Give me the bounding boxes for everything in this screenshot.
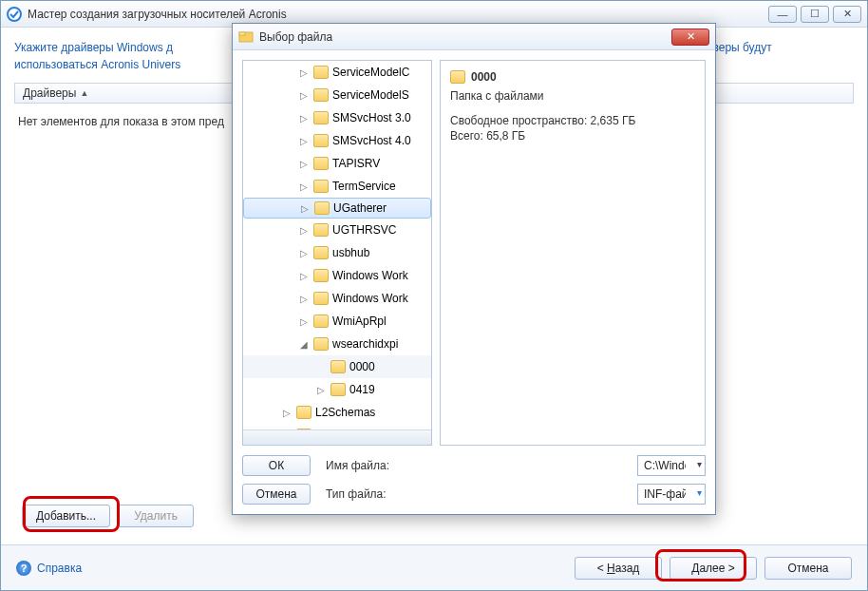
tree-item[interactable]: ◢wsearchidxpi bbox=[243, 333, 431, 355]
expander-icon[interactable]: ▷ bbox=[298, 248, 310, 258]
expander-icon[interactable]: ▷ bbox=[298, 159, 310, 169]
tree-horizontal-scrollbar[interactable] bbox=[243, 429, 431, 445]
svg-point-0 bbox=[8, 8, 21, 21]
expander-icon[interactable]: ▷ bbox=[299, 203, 311, 214]
folder-icon bbox=[313, 246, 329, 259]
tree-item-label: ServiceModelS bbox=[332, 88, 409, 102]
expander-icon[interactable]: ▷ bbox=[298, 113, 310, 124]
tree-item-label: TermService bbox=[332, 180, 396, 193]
expander-icon[interactable]: ▷ bbox=[315, 385, 327, 395]
folder-icon bbox=[313, 223, 329, 237]
folder-icon bbox=[314, 201, 330, 215]
detail-type: Папка с файлами bbox=[450, 89, 695, 103]
tree-item-label: Windows Work bbox=[332, 292, 408, 305]
next-button[interactable]: Далее > bbox=[670, 557, 757, 580]
file-dialog-panels: ▷ServiceModelC▷ServiceModelS▷SMSvcHost 3… bbox=[242, 60, 706, 446]
tree-item[interactable]: ▷TermService bbox=[243, 175, 431, 198]
filetype-label: Тип файла: bbox=[326, 487, 628, 501]
tree-item[interactable]: ▷SMSvcHost 4.0 bbox=[243, 129, 431, 152]
wizard-bottom-bar: ? Справка < Назад Далее > Отмена bbox=[1, 544, 867, 590]
folder-icon bbox=[313, 111, 329, 124]
window-controls: — ☐ ✕ bbox=[768, 6, 861, 23]
file-dialog-title: Выбор файла bbox=[259, 30, 671, 44]
file-dialog-fields: Имя файла: ▾ ОК Тип файла: ▾ Отмена bbox=[242, 455, 706, 505]
tree-item[interactable]: ▷Windows Work bbox=[243, 287, 431, 310]
tree-item-label: TAPISRV bbox=[332, 157, 380, 170]
tree-item[interactable]: ▷ServiceModelC bbox=[243, 61, 431, 84]
tree-item[interactable]: ▷WmiApRpl bbox=[243, 310, 431, 333]
tree-item-label: SMSvcHost 4.0 bbox=[332, 134, 411, 147]
expander-icon[interactable]: ▷ bbox=[298, 316, 310, 327]
tree-item-label: L2Schemas bbox=[315, 406, 375, 419]
help-icon: ? bbox=[16, 561, 31, 576]
tree-item-label: wsearchidxpi bbox=[332, 337, 398, 351]
folder-icon bbox=[313, 180, 329, 193]
tree-item[interactable]: 0000 bbox=[243, 355, 431, 378]
file-dialog-body: ▷ServiceModelC▷ServiceModelS▷SMSvcHost 3… bbox=[233, 50, 715, 514]
tree-item[interactable]: ▷0419 bbox=[243, 378, 431, 401]
add-remove-toolbar: Добавить... Удалить bbox=[22, 505, 194, 527]
tree-item[interactable]: ▷SMSvcHost 3.0 bbox=[243, 106, 431, 129]
file-dialog-titlebar: Выбор файла ✕ bbox=[233, 24, 715, 50]
tree-item-label: WmiApRpl bbox=[332, 315, 387, 328]
expander-icon[interactable]: ▷ bbox=[298, 271, 310, 281]
sort-arrow-icon: ▲ bbox=[80, 88, 88, 98]
remove-button: Удалить bbox=[118, 505, 194, 527]
tree-item[interactable]: ▷UGatherer bbox=[243, 198, 431, 219]
folder-tree[interactable]: ▷ServiceModelC▷ServiceModelS▷SMSvcHost 3… bbox=[242, 60, 432, 446]
tree-item[interactable]: ▷TAPISRV bbox=[243, 152, 431, 175]
tree-item[interactable]: ▷UGTHRSVC bbox=[243, 219, 431, 241]
expander-icon[interactable]: ▷ bbox=[298, 294, 310, 304]
filename-input[interactable] bbox=[637, 455, 706, 476]
file-dialog-close-button[interactable]: ✕ bbox=[671, 29, 709, 46]
expander-icon[interactable]: ▷ bbox=[298, 67, 310, 78]
drivers-header-label: Драйверы bbox=[23, 86, 76, 100]
svg-rect-2 bbox=[239, 32, 245, 35]
folder-icon bbox=[330, 383, 346, 396]
expander-icon[interactable]: ▷ bbox=[281, 408, 292, 418]
tree-item-label: ServiceModelC bbox=[332, 66, 409, 79]
tree-item[interactable]: ▷L2Schemas bbox=[243, 401, 431, 424]
instruction-part2: использоваться Acronis Univers bbox=[14, 58, 180, 71]
app-icon bbox=[7, 7, 22, 22]
folder-icon bbox=[313, 292, 329, 305]
filetype-combo[interactable] bbox=[637, 484, 706, 505]
folder-icon bbox=[313, 134, 329, 147]
close-button[interactable]: ✕ bbox=[833, 6, 861, 23]
folder-icon bbox=[313, 88, 329, 102]
back-button[interactable]: < Назад bbox=[575, 557, 662, 580]
ok-button[interactable]: ОК bbox=[242, 455, 311, 476]
minimize-button[interactable]: — bbox=[768, 6, 797, 23]
tree-item-label: usbhub bbox=[332, 246, 369, 259]
folder-icon bbox=[313, 315, 329, 328]
filename-dropdown-icon[interactable]: ▾ bbox=[697, 459, 702, 469]
folder-icon bbox=[313, 157, 329, 170]
detail-free-space: Свободное пространство: 2,635 ГБ bbox=[450, 114, 695, 127]
filetype-combo-wrap: ▾ bbox=[637, 484, 706, 505]
expander-icon[interactable]: ◢ bbox=[298, 339, 310, 350]
maximize-button[interactable]: ☐ bbox=[801, 6, 829, 23]
expander-icon[interactable]: ▷ bbox=[298, 136, 310, 146]
detail-total-space: Всего: 65,8 ГБ bbox=[450, 129, 695, 143]
filetype-dropdown-icon[interactable]: ▾ bbox=[697, 487, 702, 498]
tree-item[interactable]: ▷Windows Work bbox=[243, 264, 431, 287]
tree-item-label: UGatherer bbox=[333, 201, 387, 215]
help-link[interactable]: ? Справка bbox=[16, 561, 567, 576]
folder-icon bbox=[296, 406, 311, 419]
tree-item[interactable]: ▷usbhub bbox=[243, 241, 431, 264]
add-button[interactable]: Добавить... bbox=[22, 505, 110, 527]
file-dialog-cancel-button[interactable]: Отмена bbox=[242, 484, 311, 505]
help-label: Справка bbox=[37, 562, 82, 575]
folder-icon bbox=[313, 337, 329, 351]
tree-item-label: 0000 bbox=[349, 360, 375, 373]
tree-item[interactable]: ▷ServiceModelS bbox=[243, 84, 431, 106]
expander-icon[interactable]: ▷ bbox=[298, 90, 310, 101]
detail-title: 0000 bbox=[450, 70, 695, 84]
folder-detail-pane: 0000 Папка с файлами Свободное пространс… bbox=[440, 60, 706, 446]
expander-icon[interactable]: ▷ bbox=[298, 181, 310, 192]
filename-label: Имя файла: bbox=[326, 459, 628, 472]
folder-icon bbox=[313, 66, 329, 79]
folder-icon bbox=[450, 70, 465, 84]
expander-icon[interactable]: ▷ bbox=[298, 225, 310, 236]
wizard-cancel-button[interactable]: Отмена bbox=[764, 557, 852, 580]
